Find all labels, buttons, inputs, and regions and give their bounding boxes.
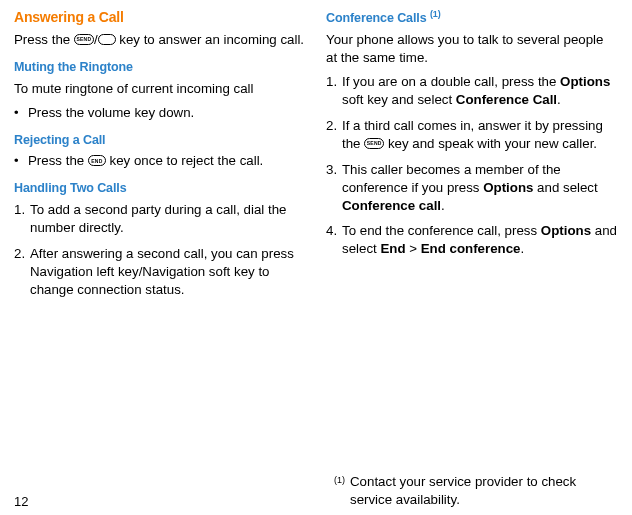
text: . xyxy=(557,92,561,107)
text: If you are on a double call, press the xyxy=(342,74,560,89)
text: key and speak with your new caller. xyxy=(384,136,597,151)
heading-handling-two-calls: Handling Two Calls xyxy=(14,180,306,197)
end-key-icon: END xyxy=(88,155,106,166)
text: Conference Calls xyxy=(326,11,430,25)
step-conf-3: This caller becomes a member of the conf… xyxy=(326,161,618,215)
text-bold: Conference call xyxy=(342,198,441,213)
footnote-marker: (1) xyxy=(334,474,350,486)
para-answer-call: Press the SEND/ key to answer an incomin… xyxy=(14,31,306,49)
text: . xyxy=(520,241,524,256)
step-conf-4: To end the conference call, press Option… xyxy=(326,222,618,258)
text: and select xyxy=(533,180,597,195)
footnote-text: Contact your service provider to check s… xyxy=(350,473,614,509)
text-bold: Options xyxy=(541,223,591,238)
text: > xyxy=(406,241,421,256)
page-number: 12 xyxy=(14,494,28,509)
text-bold: End conference xyxy=(421,241,521,256)
bullet-reject-call: Press the END key once to reject the cal… xyxy=(14,152,306,170)
step-add-second-party: To add a second party during a call, dia… xyxy=(14,201,306,237)
text-bold: Options xyxy=(560,74,610,89)
footnote-ref: (1) xyxy=(430,9,441,19)
para-mute-ringtone: To mute ringtone of current incoming cal… xyxy=(14,80,306,98)
text: To end the conference call, press xyxy=(342,223,541,238)
text: Press the xyxy=(14,32,74,47)
step-conf-1: If you are on a double call, press the O… xyxy=(326,73,618,109)
bullet-volume-down: Press the volume key down. xyxy=(14,104,306,122)
heading-muting-ringtone: Muting the Ringtone xyxy=(14,59,306,76)
step-conf-2: If a third call comes in, answer it by p… xyxy=(326,117,618,153)
send-key-icon: SEND xyxy=(364,138,384,149)
text-bold: Conference Call xyxy=(456,92,557,107)
text-bold: End xyxy=(380,241,405,256)
para-conference-intro: Your phone allows you to talk to several… xyxy=(326,31,618,67)
send-key-icon: SEND xyxy=(74,34,94,45)
text: soft key and select xyxy=(342,92,456,107)
blank-key-icon xyxy=(98,34,116,45)
heading-answering-call: Answering a Call xyxy=(14,8,306,27)
text: Press the xyxy=(28,153,88,168)
heading-rejecting-call: Rejecting a Call xyxy=(14,132,306,149)
text: key to answer an incoming call. xyxy=(116,32,304,47)
text: key once to reject the call. xyxy=(106,153,263,168)
text-bold: Options xyxy=(483,180,533,195)
heading-conference-calls: Conference Calls (1) xyxy=(326,8,618,27)
step-after-second-call: After answering a second call, you can p… xyxy=(14,245,306,299)
text: . xyxy=(441,198,445,213)
footnote: (1)Contact your service provider to chec… xyxy=(334,473,616,509)
